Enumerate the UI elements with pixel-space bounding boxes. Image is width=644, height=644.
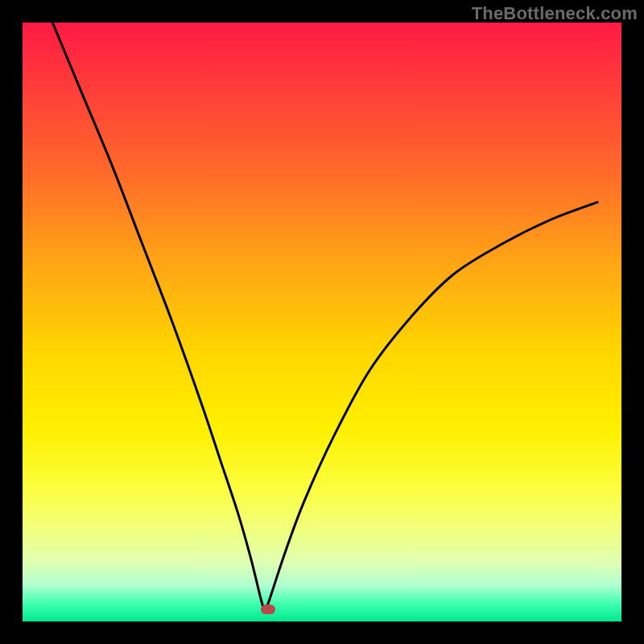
- bottleneck-curve: [23, 23, 621, 621]
- dip-marker: [261, 605, 275, 614]
- watermark-text: TheBottleneck.com: [472, 3, 638, 24]
- chart-container: TheBottleneck.com: [0, 0, 644, 644]
